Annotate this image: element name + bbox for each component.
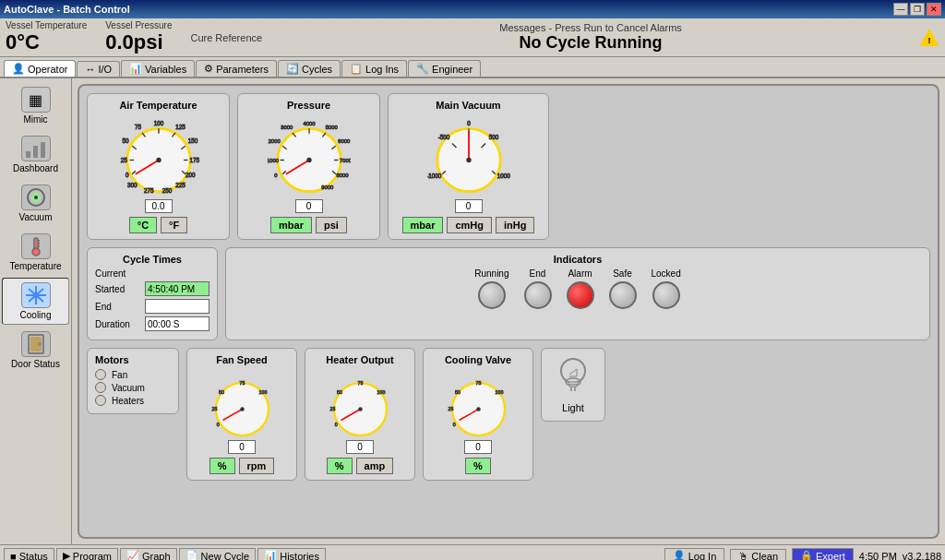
pressure-unit-psi[interactable]: psi [316,217,347,233]
heater-output-unit-pct[interactable]: % [327,458,353,474]
end-label: End [530,268,546,279]
histories-button[interactable]: 📊 Histories [257,548,326,560]
cooling-valve-gauge: 0 25 50 75 100 [444,369,513,438]
air-temp-unit-fahrenheit[interactable]: °F [161,217,187,233]
cycle-status: No Cycle Running [281,33,901,53]
svg-text:0: 0 [126,172,129,178]
vacuum-units[interactable]: mbar cmHg inHg [402,217,535,233]
fan-speed-title: Fan Speed [216,354,268,365]
program-btn-icon: ▶ [63,550,70,560]
air-temp-units[interactable]: °C °F [129,217,187,233]
light-box[interactable]: Light [541,348,605,422]
heater-output-gauge: 0 25 50 75 100 [326,369,395,438]
svg-text:100: 100 [258,389,267,395]
heater-output-unit-amp[interactable]: amp [356,458,394,474]
svg-text:-1000: -1000 [427,173,442,179]
login-button[interactable]: 👤 Log In [664,548,725,560]
histories-btn-icon: 📊 [264,550,277,560]
cycle-end-input[interactable] [145,299,209,314]
expert-button[interactable]: 🔒 Expert [792,548,854,560]
histories-btn-label: Histories [280,551,319,561]
sidebar-item-vacuum[interactable]: Vacuum [2,180,69,227]
tab-variables[interactable]: 📊 Variables [121,60,195,77]
login-btn-label: Log In [688,551,717,561]
svg-text:50: 50 [219,389,224,395]
air-temp-value: 0.0 [145,199,173,213]
svg-text:0: 0 [274,173,278,178]
tab-cycles[interactable]: 🔄 Cycles [278,60,341,77]
engineer-tab-icon: 🔧 [416,63,429,75]
main-layout: ▦ Mimic Dashboard Vacuum [0,78,945,544]
cycle-duration-label: Duration [95,319,141,329]
sidebar-item-mimic[interactable]: ▦ Mimic [2,82,69,129]
svg-point-79 [466,158,471,162]
io-tab-label: I/O [98,64,112,75]
minimize-button[interactable]: — [893,3,908,16]
motor-vacuum-label: Vacuum [112,383,145,393]
svg-text:150: 150 [187,137,197,144]
motor-fan-radio[interactable] [95,369,106,380]
vacuum-unit-cmhg[interactable]: cmHg [447,217,492,233]
pressure-value: 0 [295,199,323,213]
tab-logins[interactable]: 📋 Log Ins [341,60,407,77]
operator-tab-icon: 👤 [12,63,25,75]
new-cycle-button[interactable]: 📄 New Cycle [179,548,257,560]
svg-text:200: 200 [185,172,195,178]
indicator-safe: Safe [609,268,637,309]
variables-tab-icon: 📊 [129,63,142,75]
tab-io[interactable]: ↔ I/O [77,61,120,77]
close-button[interactable]: ✕ [927,3,941,16]
air-temp-unit-celsius[interactable]: °C [129,217,157,233]
sidebar-item-dashboard[interactable]: Dashboard [2,131,69,178]
vacuum-svg: -1000 -500 0 500 1000 [427,114,510,197]
indicator-end: End [524,268,552,309]
svg-text:225: 225 [175,182,185,188]
cooling-icon [21,282,51,308]
pressure-units[interactable]: mbar psi [270,217,347,233]
indicator-locked: Locked [652,268,681,309]
fan-speed-units[interactable]: % rpm [209,458,275,474]
vacuum-gauge: -1000 -500 0 500 1000 [427,114,510,197]
program-button[interactable]: ▶ Program [56,548,118,560]
air-temp-title: Air Temperature [119,100,197,111]
io-tab-icon: ↔ [85,64,95,75]
clean-button[interactable]: 🖱 Clean [730,549,786,561]
variables-tab-label: Variables [145,64,186,75]
vessel-temp-value: 0°C [6,30,87,54]
tab-parameters[interactable]: ⚙ Parameters [196,60,277,77]
svg-text:125: 125 [175,124,185,130]
svg-text:25: 25 [329,406,335,411]
heater-output-units[interactable]: % amp [327,458,393,474]
window-controls[interactable]: — ❐ ✕ [893,3,941,16]
locked-light [652,281,680,309]
pressure-unit-mbar[interactable]: mbar [270,217,312,233]
fan-speed-unit-pct[interactable]: % [209,458,235,474]
cycle-duration-input[interactable] [145,316,209,331]
vacuum-title: Main Vacuum [436,100,500,111]
sidebar-item-doorstatus[interactable]: Door Status [2,327,69,374]
temperature-icon [21,233,51,259]
svg-text:75: 75 [239,380,245,386]
vacuum-unit-mbar[interactable]: mbar [402,217,444,233]
cooling-valve-unit-pct[interactable]: % [465,458,491,474]
svg-text:100: 100 [495,389,503,395]
title-bar: AutoClave - Batch Control — ❐ ✕ [0,0,945,18]
dashboard-label: Dashboard [13,163,58,173]
status-button[interactable]: ■ Status [4,548,54,560]
sidebar-item-temperature[interactable]: Temperature [2,229,69,276]
sidebar-item-cooling[interactable]: Cooling [2,278,69,325]
vacuum-unit-inhg[interactable]: inHg [496,217,534,233]
fan-speed-unit-rpm[interactable]: rpm [239,458,275,474]
tab-operator[interactable]: 👤 Operator [4,60,76,77]
svg-text:25: 25 [120,157,127,163]
motor-vacuum-radio[interactable] [95,382,106,393]
svg-rect-0 [26,151,30,158]
cooling-valve-units[interactable]: % [465,458,491,474]
restore-button[interactable]: ❐ [910,3,925,16]
motor-heaters-radio[interactable] [95,395,106,406]
tabs-bar: 👤 Operator ↔ I/O 📊 Variables ⚙ Parameter… [0,57,945,78]
graph-button[interactable]: 📈 Graph [120,548,177,560]
svg-point-5 [34,196,38,199]
status-left-buttons: ■ Status ▶ Program 📈 Graph 📄 New Cycle 📊… [4,548,326,560]
tab-engineer[interactable]: 🔧 Engineer [408,60,481,77]
